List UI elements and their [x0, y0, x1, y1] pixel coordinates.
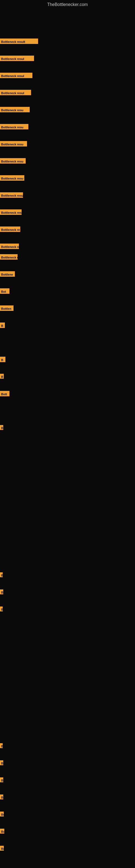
bar-label: Bo [0, 812, 4, 816]
bar-label: Bottleneck resu [0, 192, 23, 198]
bar-label: B [0, 607, 3, 611]
bar-label: Bott [0, 391, 9, 396]
bar-item: Bottlen [0, 305, 13, 311]
bar-item: B [0, 777, 3, 782]
bar-item: B [0, 322, 5, 328]
bar-item: Bo [0, 829, 4, 834]
bar-label: Bottleneck resu [0, 124, 28, 129]
bar-item: Bottleneck resu [0, 107, 30, 112]
bar-label: Bot [0, 288, 9, 294]
bar-label: Bottleneck resu [0, 141, 27, 147]
bar-item: B [0, 760, 3, 765]
bar-label: B [0, 322, 5, 328]
bar-item: Bottleneck resu [0, 124, 28, 129]
bar-label: Bottlen [0, 305, 13, 311]
bar-label: B [0, 795, 3, 799]
bar-label: B [0, 777, 3, 782]
bar-label: Bottleneck resu [0, 107, 30, 112]
bar-item: Bo [0, 846, 4, 850]
bar-item: B [0, 607, 3, 611]
bar-item: B [0, 425, 3, 430]
bar-label: B [0, 425, 3, 430]
bar-item: Bottleneck re [0, 226, 20, 232]
bar-label: Bo [0, 846, 4, 850]
bar-label: B [0, 357, 5, 362]
bar-item: Bottleneck re [0, 254, 17, 259]
bar-label: Bottleneck re [0, 244, 19, 249]
bar-item: Bottleneck result [0, 38, 38, 44]
bar-item: Bottlene [0, 271, 15, 277]
bar-item: Bottleneck resu [0, 158, 26, 163]
bar-label: B [0, 760, 3, 765]
bar-item: Bot [0, 288, 9, 294]
bar-item: B [0, 374, 4, 379]
bar-item: Bottleneck resul [0, 73, 32, 78]
bar-label: Bottleneck resul [0, 90, 31, 95]
bar-label: Bottlene [0, 271, 15, 277]
bar-label: Bottleneck res [0, 209, 21, 215]
bar-label: B [0, 374, 4, 379]
bar-item: B [0, 589, 3, 594]
bar-item: Bottleneck resu [0, 141, 27, 147]
bar-label: Bottleneck resu [0, 175, 24, 181]
bar-label: B [0, 743, 3, 748]
bar-item: B [0, 795, 3, 799]
bar-item: Bottleneck resul [0, 56, 34, 61]
bar-label: Bottleneck resul [0, 73, 32, 78]
bar-item: Bottleneck resu [0, 175, 24, 181]
bar-item: B [0, 743, 3, 748]
bar-item: B [0, 572, 3, 577]
bar-label: B [0, 589, 3, 594]
site-title: TheBottlenecker.com [0, 0, 135, 9]
bar-item: Bottleneck re [0, 244, 19, 249]
bar-item: Bo [0, 812, 4, 816]
bar-item: Bottleneck resu [0, 192, 23, 198]
bar-item: Bott [0, 391, 9, 396]
bar-label: Bo [0, 829, 4, 834]
bar-label: B [0, 572, 3, 577]
bar-label: Bottleneck result [0, 38, 38, 44]
bar-item: Bottleneck resul [0, 90, 31, 95]
bar-label: Bottleneck re [0, 254, 17, 259]
bar-item: B [0, 357, 5, 362]
bar-item: Bottleneck res [0, 209, 21, 215]
bar-label: Bottleneck re [0, 226, 20, 232]
bar-label: Bottleneck resul [0, 56, 34, 61]
bar-label: Bottleneck resu [0, 158, 26, 163]
